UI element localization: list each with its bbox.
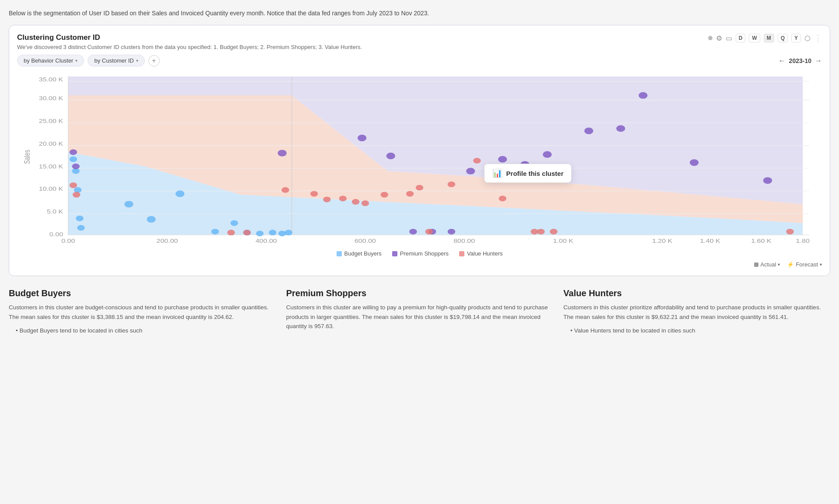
svg-point-80	[550, 229, 558, 234]
svg-point-67	[323, 196, 331, 202]
svg-point-35	[147, 216, 155, 223]
svg-point-49	[409, 229, 417, 234]
actual-chevron: ▾	[778, 262, 780, 267]
svg-text:30.00 K: 30.00 K	[39, 95, 63, 101]
svg-text:600.00: 600.00	[355, 238, 376, 244]
svg-point-81	[786, 229, 794, 234]
status-dot	[708, 36, 713, 40]
time-btn-d[interactable]: D	[736, 34, 746, 42]
card-title-area: Clustering Customer ID We've discovered …	[17, 33, 362, 50]
actual-dot	[754, 262, 758, 267]
svg-text:1.40 K: 1.40 K	[700, 238, 720, 244]
svg-text:5.0 K: 5.0 K	[47, 209, 63, 214]
legend-premium-shoppers: Premium Shoppers	[392, 250, 449, 257]
card-controls: ⚙ ▭ D W M Q Y ⬡ ⋮	[708, 33, 822, 43]
svg-point-48	[386, 153, 395, 159]
svg-text:1.00 K: 1.00 K	[553, 238, 574, 244]
layout-icon[interactable]: ▭	[726, 34, 732, 42]
svg-text:1.60 K: 1.60 K	[751, 238, 772, 244]
svg-point-74	[425, 229, 433, 234]
intro-text: Below is the segmentation of User ID bas…	[9, 9, 830, 18]
legend-value-hunters: Value Hunters	[459, 250, 502, 257]
svg-point-59	[690, 159, 699, 166]
svg-text:200.00: 200.00	[156, 238, 178, 244]
chart-footer: Actual ▾ ⚡ Forecast ▾	[17, 261, 822, 268]
svg-point-52	[466, 168, 475, 174]
actual-toggle[interactable]: Actual ▾	[754, 261, 780, 268]
svg-point-47	[277, 150, 286, 156]
svg-text:25.00 K: 25.00 K	[39, 118, 63, 124]
tab-row: by Behavior Cluster ▾ by Customer ID ▾ +…	[17, 55, 822, 66]
cluster-premium-title: Premium Shoppers	[286, 288, 553, 298]
svg-text:1.80: 1.80	[796, 238, 810, 244]
gear-icon[interactable]: ⚙	[716, 34, 722, 42]
time-btn-m[interactable]: M	[764, 34, 774, 42]
svg-point-58	[639, 92, 647, 98]
svg-point-55	[543, 151, 551, 158]
chevron-down-icon: ▾	[75, 58, 77, 63]
svg-point-63	[227, 230, 235, 235]
tab-customer-label: by Customer ID	[94, 57, 133, 64]
svg-point-33	[77, 225, 85, 231]
svg-point-41	[269, 230, 277, 235]
cluster-value-hunters: Value Hunters Customers in this cluster …	[563, 287, 830, 337]
legend-dot-premium	[392, 251, 397, 256]
legend-label-value: Value Hunters	[467, 250, 502, 257]
cluster-budget-buyers: Budget Buyers Customers in this cluster …	[9, 287, 276, 337]
svg-point-71	[380, 192, 388, 198]
svg-point-43	[285, 230, 293, 235]
tab-customer-id[interactable]: by Customer ID ▾	[88, 55, 144, 66]
actual-label: Actual	[760, 261, 776, 268]
share-icon[interactable]: ⬡	[804, 34, 811, 42]
forecast-label: Forecast	[796, 261, 818, 268]
svg-text:15.00 K: 15.00 K	[39, 164, 63, 169]
svg-point-29	[70, 157, 77, 162]
tab-behavior-cluster[interactable]: by Behavior Cluster ▾	[17, 55, 84, 66]
time-btn-q[interactable]: Q	[778, 34, 788, 42]
svg-text:20.00 K: 20.00 K	[39, 141, 63, 147]
tab-group: by Behavior Cluster ▾ by Customer ID ▾ +	[17, 55, 160, 66]
forecast-icon: ⚡	[787, 261, 794, 268]
cluster-value-bullet: Value Hunters tend to be located in citi…	[563, 326, 830, 336]
add-tab-button[interactable]: +	[148, 55, 160, 66]
cluster-budget-bullet: Budget Buyers tend to be located in citi…	[9, 326, 276, 336]
legend-dot-budget	[337, 251, 342, 256]
svg-point-40	[256, 231, 264, 236]
card-title: Clustering Customer ID	[17, 33, 362, 42]
cluster-budget-title: Budget Buyers	[9, 288, 276, 298]
cluster-value-desc: Customers in this cluster prioritize aff…	[563, 303, 830, 322]
time-btn-w[interactable]: W	[749, 34, 760, 42]
time-btn-y[interactable]: Y	[791, 34, 801, 42]
svg-point-77	[498, 196, 506, 201]
chart-svg: 0.00 5.0 K 10.00 K 15.00 K 20.00 K 25.00…	[17, 72, 822, 247]
svg-point-66	[310, 191, 318, 196]
svg-point-46	[358, 135, 366, 141]
svg-point-57	[616, 125, 625, 132]
forecast-toggle[interactable]: ⚡ Forecast ▾	[787, 261, 822, 268]
svg-point-70	[362, 200, 369, 206]
svg-point-62	[73, 192, 81, 198]
legend-dot-value	[459, 251, 464, 256]
legend-budget-buyers: Budget Buyers	[337, 250, 382, 257]
svg-point-61	[70, 182, 77, 188]
svg-text:Sales: Sales	[23, 150, 31, 164]
svg-point-68	[339, 196, 347, 201]
svg-text:10.00 K: 10.00 K	[39, 186, 63, 192]
date-navigator: ← 2023-10 →	[779, 57, 822, 65]
svg-point-51	[448, 229, 456, 234]
svg-point-72	[406, 191, 414, 196]
svg-point-76	[473, 158, 481, 164]
separator: ⋮	[814, 33, 822, 43]
svg-point-34	[124, 201, 133, 207]
chart-legend: Budget Buyers Premium Shoppers Value Hun…	[17, 250, 822, 257]
svg-text:35.00 K: 35.00 K	[39, 77, 63, 82]
current-date: 2023-10	[789, 57, 811, 64]
cluster-value-title: Value Hunters	[563, 288, 830, 298]
svg-point-37	[211, 229, 219, 234]
svg-point-64	[243, 230, 251, 235]
svg-point-53	[498, 156, 507, 162]
prev-date-button[interactable]: ←	[779, 57, 786, 65]
svg-text:0.00: 0.00	[49, 231, 63, 237]
cluster-premium-shoppers: Premium Shoppers Customers in this clust…	[286, 287, 553, 337]
next-date-button[interactable]: →	[815, 57, 822, 65]
